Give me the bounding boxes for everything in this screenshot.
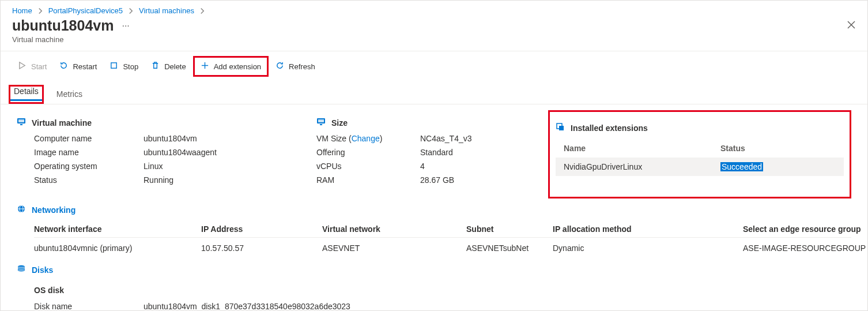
page-title: ubuntu1804vm <box>12 17 114 34</box>
toolbar: Start Restart Stop Delete Add extension … <box>1 51 867 81</box>
tab-metrics[interactable]: Metrics <box>53 85 86 104</box>
net-h-nic: Network interface <box>34 224 201 234</box>
os-value: Linux <box>144 162 293 171</box>
ext-section-header: Installed extensions <box>556 122 844 133</box>
ram-label: RAM <box>316 175 420 185</box>
svg-rect-8 <box>20 124 22 125</box>
net-r-vnet: ASEVNET <box>322 243 466 253</box>
size-section-title: Size <box>331 118 348 128</box>
stop-icon <box>110 61 118 72</box>
monitor-icon <box>316 117 326 128</box>
ext-row-name: NvidiaGpuDriverLinux <box>564 162 720 171</box>
disk-name-label: Disk name <box>34 302 144 311</box>
net-r-alloc: Dynamic <box>553 243 743 253</box>
net-r-ip: 10.57.50.57 <box>201 243 322 253</box>
svg-rect-13 <box>559 126 564 130</box>
net-row: ubuntu1804vmnic (primary) 10.57.50.57 AS… <box>34 238 851 256</box>
add-extension-button[interactable]: Add extension <box>193 56 269 77</box>
net-h-alloc: IP allocation method <box>553 224 743 234</box>
ext-row[interactable]: NvidiaGpuDriverLinux Succeeded <box>556 158 844 176</box>
change-size-link[interactable]: Change <box>352 134 380 143</box>
ext-row-status: Succeeded <box>720 162 836 171</box>
os-disk-header: OS disk <box>34 286 851 295</box>
vcpus-label: vCPUs <box>316 162 420 171</box>
restart-label: Restart <box>73 62 97 71</box>
vm-size-label: VM Size (Change) <box>316 134 420 143</box>
add-extension-label: Add extension <box>214 62 261 71</box>
status-label: Status <box>34 175 144 185</box>
ext-section-title: Installed extensions <box>571 123 648 133</box>
refresh-button[interactable]: Refresh <box>270 58 321 75</box>
ram-value: 28.67 GB <box>420 175 535 185</box>
more-icon[interactable]: ··· <box>122 21 129 31</box>
plus-icon <box>201 61 209 72</box>
svg-rect-11 <box>320 124 322 125</box>
vm-section-title: Virtual machine <box>32 118 92 128</box>
stop-button[interactable]: Stop <box>104 58 144 75</box>
tabs: Details Metrics <box>1 81 867 104</box>
tab-details[interactable]: Details <box>10 82 42 101</box>
svg-rect-7 <box>18 119 24 122</box>
delete-icon <box>151 61 160 72</box>
networking-section-title: Networking <box>32 205 76 215</box>
svg-marker-2 <box>20 62 25 69</box>
start-button[interactable]: Start <box>12 58 52 75</box>
refresh-label: Refresh <box>289 62 315 71</box>
vm-section-header: Virtual machine <box>17 117 293 128</box>
net-r-rg: ASE-IMAGE-RESOURCEGROUP <box>743 243 868 253</box>
extension-icon <box>556 122 565 133</box>
disk-icon <box>17 264 26 275</box>
disks-section-title: Disks <box>32 265 53 275</box>
image-name-label: Image name <box>34 148 144 157</box>
ext-name-header: Name <box>564 144 720 153</box>
svg-rect-10 <box>318 119 324 122</box>
net-h-vnet: Virtual network <box>322 224 466 234</box>
chevron-right-icon <box>127 8 134 14</box>
size-section-header: Size <box>316 117 535 128</box>
monitor-icon <box>17 117 26 128</box>
breadcrumb: Home PortalPhysicalDevice5 Virtual machi… <box>1 1 867 17</box>
play-icon <box>18 61 27 72</box>
restart-button[interactable]: Restart <box>54 58 103 75</box>
delete-label: Delete <box>164 62 186 71</box>
net-h-subnet: Subnet <box>466 224 553 234</box>
net-r-subnet: ASEVNETsubNet <box>466 243 553 253</box>
vm-size-value: NC4as_T4_v3 <box>420 134 535 143</box>
offering-value: Standard <box>420 148 535 157</box>
offering-label: Offering <box>316 148 420 157</box>
os-label: Operating system <box>34 162 144 171</box>
net-h-ip: IP Address <box>201 224 322 234</box>
breadcrumb-home[interactable]: Home <box>12 6 32 15</box>
stop-label: Stop <box>123 62 138 71</box>
networking-section-header[interactable]: Networking <box>17 204 851 215</box>
chevron-right-icon <box>37 8 44 14</box>
ext-status-header: Status <box>720 144 836 153</box>
network-icon <box>17 204 26 215</box>
net-h-rg: Select an edge resource group <box>743 224 868 234</box>
net-r-nic: ubuntu1804vmnic (primary) <box>34 243 201 253</box>
start-label: Start <box>31 62 47 71</box>
image-name-value: ubuntu1804waagent <box>144 148 293 157</box>
computer-name-value: ubuntu1804vm <box>144 134 293 143</box>
disk-name-value: ubuntu1804vm_disk1_870e37d3318540e98032a… <box>144 302 851 311</box>
status-value: Running <box>144 175 293 185</box>
delete-button[interactable]: Delete <box>145 58 192 75</box>
svg-rect-3 <box>111 63 116 68</box>
close-icon[interactable] <box>847 20 856 31</box>
chevron-right-icon <box>199 8 206 14</box>
vcpus-value: 4 <box>420 162 535 171</box>
breadcrumb-device[interactable]: PortalPhysicalDevice5 <box>48 6 123 15</box>
restart-icon <box>59 61 68 72</box>
page-subtitle: Virtual machine <box>1 34 867 51</box>
computer-name-label: Computer name <box>34 134 144 143</box>
installed-extensions-panel: Installed extensions Name Status NvidiaG… <box>548 110 851 198</box>
breadcrumb-vms[interactable]: Virtual machines <box>139 6 194 15</box>
refresh-icon <box>276 61 284 72</box>
disks-section-header[interactable]: Disks <box>17 264 851 275</box>
